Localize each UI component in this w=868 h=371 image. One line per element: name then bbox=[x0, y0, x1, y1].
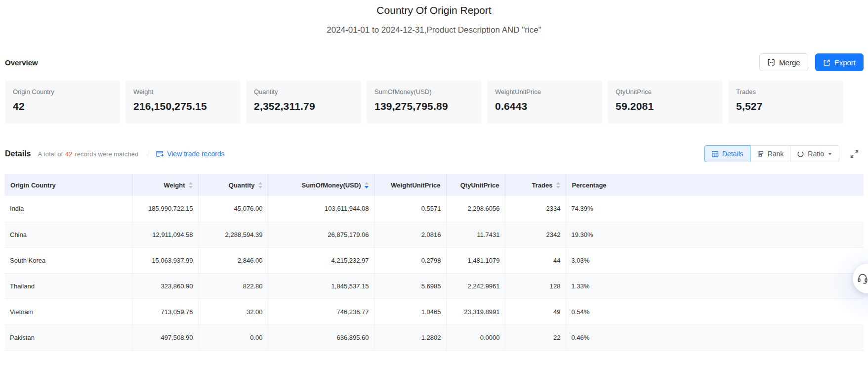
cell-origin-country: South Korea bbox=[4, 247, 132, 273]
country-of-origin-report-page: Country Of Origin Report 2024-01-01 to 2… bbox=[0, 0, 868, 371]
table-row-china: China 12,911,094.58 2,288,594.39 26,875,… bbox=[4, 222, 864, 247]
stat-card-weight: Weight 216,150,275.15 bbox=[125, 81, 241, 124]
column-label: Percentage bbox=[572, 182, 607, 189]
cell-trades: 44 bbox=[505, 247, 566, 273]
summary-prefix: A total of bbox=[38, 150, 63, 158]
stat-card-value: 5,527 bbox=[736, 100, 835, 112]
cell-percentage: 0.46% bbox=[566, 325, 864, 350]
ratio-donut-icon bbox=[797, 150, 804, 158]
cell-percentage: 0.54% bbox=[566, 299, 864, 325]
vertical-divider bbox=[147, 150, 147, 157]
stat-card-trades: Trades 5,527 bbox=[728, 81, 843, 124]
sort-icon bbox=[258, 182, 262, 188]
column-header-weight-unit-price: WeightUnitPrice bbox=[374, 174, 446, 196]
merge-button-label: Merge bbox=[779, 58, 800, 67]
page-title: Country Of Origin Report bbox=[0, 4, 868, 16]
sort-icon bbox=[189, 182, 193, 188]
cell-percentage: 19.30% bbox=[566, 222, 864, 247]
summary-suffix: records were matched bbox=[75, 150, 139, 158]
headset-icon bbox=[857, 273, 868, 284]
cell-qty-unit-price: 2,242.9961 bbox=[446, 273, 505, 299]
stat-card-value: 2,352,311.79 bbox=[254, 100, 353, 112]
cell-weight-unit-price: 0.2798 bbox=[374, 247, 446, 273]
merge-button[interactable]: Merge bbox=[759, 53, 808, 71]
tab-rank-label: Rank bbox=[768, 150, 784, 158]
export-icon bbox=[823, 59, 830, 66]
sort-icon bbox=[556, 182, 560, 188]
overview-actions: Merge Export bbox=[759, 53, 864, 71]
column-label: QtyUnitPrice bbox=[460, 182, 499, 189]
stat-card-sum-of-money: SumOfMoney(USD) 139,275,795.89 bbox=[367, 81, 482, 124]
cell-origin-country: China bbox=[4, 222, 132, 247]
cell-weight-unit-price: 5.6985 bbox=[374, 273, 446, 299]
export-button[interactable]: Export bbox=[815, 53, 864, 71]
tab-rank[interactable]: Rank bbox=[750, 145, 791, 162]
stat-card-label: Trades bbox=[736, 88, 835, 95]
export-button-label: Export bbox=[834, 58, 856, 67]
cell-origin-country: Pakistan bbox=[4, 325, 132, 350]
cell-quantity: 45,076.00 bbox=[198, 196, 268, 222]
chevron-down-icon bbox=[827, 151, 832, 156]
stat-card-label: SumOfMoney(USD) bbox=[374, 88, 474, 95]
cell-quantity: 2,846.00 bbox=[198, 247, 268, 273]
view-trade-records-link[interactable]: View trade records bbox=[156, 150, 224, 158]
cell-quantity: 822.80 bbox=[198, 273, 268, 299]
stat-card-value: 42 bbox=[13, 100, 112, 112]
stat-card-qty-unit-price: QtyUnitPrice 59.2081 bbox=[608, 81, 723, 124]
overview-bar: Overview Merge Export bbox=[5, 52, 864, 72]
cell-weight: 713,059.76 bbox=[132, 299, 198, 325]
cell-qty-unit-price: 2,298.6056 bbox=[446, 196, 505, 222]
column-label: Quantity bbox=[229, 182, 255, 189]
view-switcher: Details Rank Ratio bbox=[704, 145, 839, 162]
column-label: Origin Country bbox=[10, 182, 56, 189]
column-header-trades[interactable]: Trades bbox=[505, 174, 566, 196]
cell-weight: 185,990,722.15 bbox=[132, 196, 198, 222]
cell-qty-unit-price: 1,481.1079 bbox=[446, 247, 505, 273]
table-row-india: India 185,990,722.15 45,076.00 103,611,9… bbox=[4, 196, 864, 222]
cell-trades: 128 bbox=[505, 273, 566, 299]
cell-weight-unit-price: 0.5571 bbox=[374, 196, 446, 222]
merge-cells-icon bbox=[767, 58, 775, 66]
column-label: SumOfMoney(USD) bbox=[302, 182, 361, 189]
column-header-weight[interactable]: Weight bbox=[132, 174, 198, 196]
cell-qty-unit-price: 23,319.8991 bbox=[446, 299, 505, 325]
cell-weight: 323,860.90 bbox=[132, 273, 198, 299]
table-row-south-korea: South Korea 15,063,937.99 2,846.00 4,215… bbox=[4, 247, 864, 273]
details-table: Origin Country Weight Quantity SumOfMone… bbox=[4, 174, 864, 351]
cell-qty-unit-price: 11.7431 bbox=[446, 222, 505, 247]
column-header-origin-country: Origin Country bbox=[4, 174, 132, 196]
cell-origin-country: India bbox=[4, 196, 132, 222]
cell-qty-unit-price: 0.0000 bbox=[446, 325, 505, 350]
cell-weight-unit-price: 1.0465 bbox=[374, 299, 446, 325]
column-header-sum-of-money[interactable]: SumOfMoney(USD) bbox=[268, 174, 374, 196]
cell-weight: 497,508.90 bbox=[132, 325, 198, 350]
cell-quantity: 32.00 bbox=[198, 299, 268, 325]
table-row-thailand: Thailand 323,860.90 822.80 1,845,537.15 … bbox=[4, 273, 864, 299]
tab-ratio[interactable]: Ratio bbox=[790, 145, 839, 162]
cell-trades: 22 bbox=[505, 325, 566, 350]
fullscreen-button[interactable] bbox=[850, 150, 859, 158]
overview-heading: Overview bbox=[5, 58, 38, 67]
table-header-row: Origin Country Weight Quantity SumOfMone… bbox=[4, 174, 864, 196]
stat-card-value: 59.2081 bbox=[616, 100, 715, 112]
trade-records-icon bbox=[156, 150, 164, 158]
cell-origin-country: Vietnam bbox=[4, 299, 132, 325]
view-trade-records-label: View trade records bbox=[167, 150, 224, 158]
column-header-quantity[interactable]: Quantity bbox=[198, 174, 268, 196]
column-label: WeightUnitPrice bbox=[391, 182, 440, 189]
stat-card-label: QtyUnitPrice bbox=[616, 88, 715, 95]
table-row-vietnam: Vietnam 713,059.76 32.00 746,236.77 1.04… bbox=[4, 299, 864, 325]
match-summary: A total of 42 records were matched bbox=[38, 150, 138, 158]
column-label: Trades bbox=[532, 182, 553, 189]
stat-card-label: WeightUnitPrice bbox=[495, 88, 594, 95]
stat-card-value: 216,150,275.15 bbox=[133, 100, 233, 112]
cell-trades: 49 bbox=[505, 299, 566, 325]
cell-sum-of-money: 4,215,232.97 bbox=[268, 247, 374, 273]
stat-card-value: 139,275,795.89 bbox=[374, 100, 474, 112]
stat-card-origin-country: Origin Country 42 bbox=[5, 81, 120, 124]
overview-cards: Origin Country 42 Weight 216,150,275.15 … bbox=[5, 81, 843, 124]
cell-percentage: 74.39% bbox=[566, 196, 864, 222]
cell-quantity: 2,288,594.39 bbox=[198, 222, 268, 247]
tab-details[interactable]: Details bbox=[704, 145, 750, 162]
cell-trades: 2334 bbox=[505, 196, 566, 222]
